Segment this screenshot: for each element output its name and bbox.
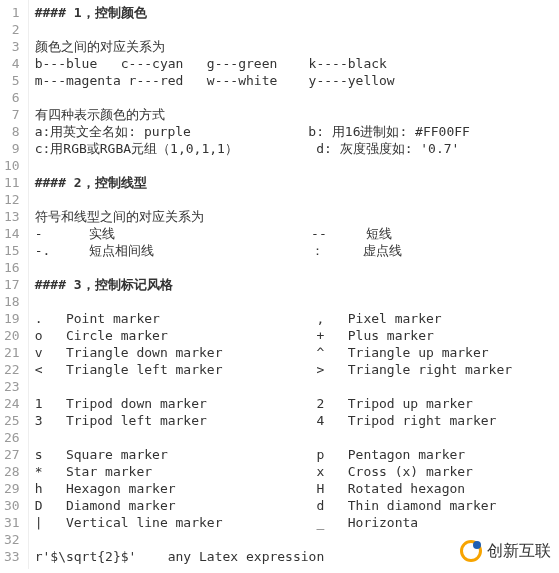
code-editor: 1234567891011121314151617181920212223242… <box>0 0 559 569</box>
line-number: 16 <box>4 259 20 276</box>
line-number: 3 <box>4 38 20 55</box>
line-number: 1 <box>4 4 20 21</box>
code-line[interactable]: c:用RGB或RGBA元组（1,0,1,1） d: 灰度强度如: '0.7' <box>35 140 555 157</box>
code-line[interactable]: #### 2，控制线型 <box>35 174 555 191</box>
code-line[interactable]: < Triangle left marker > Triangle right … <box>35 361 555 378</box>
line-number: 13 <box>4 208 20 225</box>
line-number: 24 <box>4 395 20 412</box>
line-number: 19 <box>4 310 20 327</box>
line-number: 8 <box>4 123 20 140</box>
code-line[interactable]: o Circle marker + Plus marker <box>35 327 555 344</box>
watermark-text: 创新互联 <box>487 541 551 562</box>
code-line[interactable]: 颜色之间的对应关系为 <box>35 38 555 55</box>
line-number: 2 <box>4 21 20 38</box>
code-line[interactable] <box>35 378 555 395</box>
code-line[interactable]: * Star marker x Cross (x) marker <box>35 463 555 480</box>
line-number: 33 <box>4 548 20 565</box>
line-number: 23 <box>4 378 20 395</box>
code-line[interactable] <box>35 191 555 208</box>
line-number: 21 <box>4 344 20 361</box>
line-number: 12 <box>4 191 20 208</box>
code-line[interactable]: h Hexagon marker H Rotated hexagon <box>35 480 555 497</box>
line-number: 29 <box>4 480 20 497</box>
code-line[interactable]: s Square marker p Pentagon marker <box>35 446 555 463</box>
line-number: 10 <box>4 157 20 174</box>
code-line[interactable] <box>35 259 555 276</box>
code-line[interactable] <box>35 89 555 106</box>
watermark: 创新互联 <box>455 537 555 565</box>
code-line[interactable]: -. 短点相间线 ： 虚点线 <box>35 242 555 259</box>
line-number: 25 <box>4 412 20 429</box>
code-content[interactable]: #### 1，控制颜色 颜色之间的对应关系为b---blue c---cyan … <box>29 0 559 569</box>
line-number: 28 <box>4 463 20 480</box>
code-line[interactable] <box>35 21 555 38</box>
line-number: 7 <box>4 106 20 123</box>
line-number: 32 <box>4 531 20 548</box>
code-line[interactable] <box>35 429 555 446</box>
code-line[interactable]: a:用英文全名如: purple b: 用16进制如: #FF00FF <box>35 123 555 140</box>
line-number: 18 <box>4 293 20 310</box>
line-number: 15 <box>4 242 20 259</box>
code-line[interactable]: . Point marker , Pixel marker <box>35 310 555 327</box>
line-number: 4 <box>4 55 20 72</box>
code-line[interactable]: #### 1，控制颜色 <box>35 4 555 21</box>
code-line[interactable]: 1 Tripod down marker 2 Tripod up marker <box>35 395 555 412</box>
line-number: 17 <box>4 276 20 293</box>
line-number: 11 <box>4 174 20 191</box>
line-number: 5 <box>4 72 20 89</box>
code-line[interactable] <box>35 293 555 310</box>
code-line[interactable] <box>35 157 555 174</box>
code-line[interactable]: m---magenta r---red w---white y----yello… <box>35 72 555 89</box>
code-line[interactable]: 3 Tripod left marker 4 Tripod right mark… <box>35 412 555 429</box>
code-line[interactable]: 有四种表示颜色的方式 <box>35 106 555 123</box>
code-line[interactable]: D Diamond marker d Thin diamond marker <box>35 497 555 514</box>
code-line[interactable]: 符号和线型之间的对应关系为 <box>35 208 555 225</box>
code-line[interactable]: b---blue c---cyan g---green k----black <box>35 55 555 72</box>
line-number: 9 <box>4 140 20 157</box>
line-number: 31 <box>4 514 20 531</box>
code-line[interactable]: v Triangle down marker ^ Triangle up mar… <box>35 344 555 361</box>
line-number: 20 <box>4 327 20 344</box>
line-number: 6 <box>4 89 20 106</box>
line-number: 22 <box>4 361 20 378</box>
line-number: 30 <box>4 497 20 514</box>
line-number: 27 <box>4 446 20 463</box>
code-line[interactable]: - 实线 -- 短线 <box>35 225 555 242</box>
line-number: 26 <box>4 429 20 446</box>
watermark-logo-icon <box>459 539 483 563</box>
line-number: 14 <box>4 225 20 242</box>
line-number-gutter: 1234567891011121314151617181920212223242… <box>0 0 29 569</box>
code-line[interactable]: #### 3，控制标记风格 <box>35 276 555 293</box>
code-line[interactable]: | Vertical line marker _ Horizonta <box>35 514 555 531</box>
